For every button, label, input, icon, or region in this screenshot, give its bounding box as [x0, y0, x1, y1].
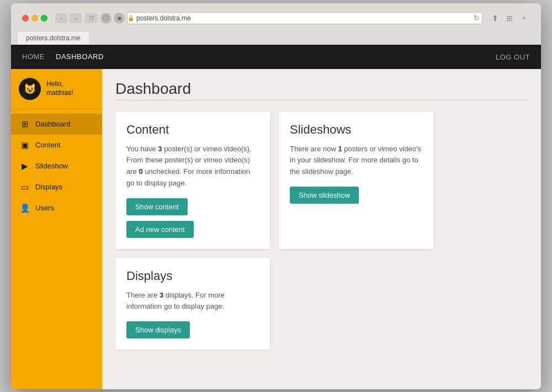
slideshow-poster-count: 1: [338, 145, 342, 153]
add-content-button[interactable]: Ad new content: [126, 221, 194, 238]
sidebar-item-label: Dashboard: [35, 120, 71, 128]
forward-button[interactable]: ›: [70, 13, 82, 23]
displays-icon: ▭: [20, 182, 30, 192]
displays-card-title: Displays: [126, 269, 259, 283]
content-area: Dashboard Content You have 3 poster(s) o…: [102, 69, 541, 389]
browser-window: ‹ › ⊡ ⓘ ◉ 🔒 posters.dolstra.me ↻ ⬆ ⊞ ＋ p…: [11, 3, 541, 389]
slideshow-icon: ▶: [20, 161, 30, 171]
poster-count: 3: [158, 145, 162, 153]
sidebar-item-users[interactable]: 👤 Users: [11, 198, 102, 219]
content-card-text: You have 3 poster(s) or vimeo video(s). …: [126, 144, 259, 189]
back-button[interactable]: ‹: [55, 13, 67, 23]
lock-icon: 🔒: [128, 15, 134, 21]
slideshows-card-buttons: Show slideshow: [290, 187, 422, 204]
content-card-buttons: Show content Ad new content: [126, 198, 259, 238]
new-tab-plus[interactable]: ＋: [518, 13, 530, 23]
sidebar-item-dashboard[interactable]: ⊞ Dashboard: [11, 114, 102, 135]
dashboard-icon: ⊞: [20, 119, 30, 129]
show-displays-button[interactable]: Show displays: [126, 321, 190, 338]
browser-nav: ‹ ›: [55, 13, 82, 23]
home-nav-link[interactable]: HOME: [22, 52, 45, 61]
share-button[interactable]: ⬆: [489, 13, 501, 23]
add-tab-button[interactable]: ⊞: [503, 13, 516, 23]
active-tab[interactable]: posters.dolstra.me: [17, 31, 90, 45]
displays-card-buttons: Show displays: [126, 321, 259, 338]
sidebar-item-label: Users: [35, 204, 54, 212]
users-icon: 👤: [20, 203, 30, 213]
extension-button[interactable]: ◉: [114, 13, 125, 24]
show-slideshow-button[interactable]: Show slideshow: [290, 187, 359, 204]
reload-button[interactable]: ↻: [471, 13, 482, 24]
maximize-button[interactable]: [41, 15, 47, 22]
top-nav-right: LOG OUT: [496, 52, 530, 62]
cards-grid: Content You have 3 poster(s) or vimeo vi…: [115, 112, 528, 350]
close-button[interactable]: [22, 15, 29, 22]
sidebar-item-slideshow[interactable]: ▶ Slideshow: [11, 156, 102, 177]
slideshows-card-text: There are now 1 posters or vimeo video's…: [290, 144, 422, 178]
slideshows-card: Slideshows There are now 1 posters or vi…: [279, 112, 433, 249]
browser-actions: ⬆ ⊞ ＋: [489, 13, 530, 23]
unchecked-count: 0: [139, 167, 142, 176]
traffic-lights: [22, 15, 47, 22]
sidebar-item-displays[interactable]: ▭ Displays: [11, 177, 102, 198]
top-nav-left: HOME DASHBOARD: [22, 52, 104, 61]
profile-text: Hello, matthias!: [46, 80, 73, 97]
displays-card: Displays There are 3 displays. For more …: [115, 258, 270, 350]
address-bar[interactable]: 🔒 posters.dolstra.me ↻: [127, 12, 482, 24]
sidebar-item-label: Content: [35, 141, 61, 149]
sidebar-item-label: Slideshow: [35, 162, 68, 170]
app-wrapper: HOME DASHBOARD LOG OUT 😺 Hello, matthias…: [11, 45, 541, 389]
avatar: 😺: [19, 78, 41, 100]
info-button[interactable]: ⓘ: [100, 13, 112, 24]
tab-view-button[interactable]: ⊡: [85, 13, 97, 23]
greeting-text: Hello,: [46, 80, 73, 89]
browser-chrome: ‹ › ⊡ ⓘ ◉ 🔒 posters.dolstra.me ↻ ⬆ ⊞ ＋ p…: [11, 3, 541, 45]
username-text: matthias!: [46, 89, 73, 98]
browser-tabs: posters.dolstra.me: [17, 31, 535, 45]
sidebar: 😺 Hello, matthias! ⊞ Dashboard ▣ Content: [11, 69, 102, 389]
top-nav: HOME DASHBOARD LOG OUT: [11, 45, 541, 69]
logout-link[interactable]: LOG OUT: [496, 53, 530, 61]
main-area: 😺 Hello, matthias! ⊞ Dashboard ▣ Content: [11, 69, 541, 389]
sidebar-item-content[interactable]: ▣ Content: [11, 135, 102, 156]
content-card-title: Content: [126, 123, 259, 137]
minimize-button[interactable]: [31, 15, 38, 22]
sidebar-profile: 😺 Hello, matthias!: [11, 69, 102, 109]
content-icon: ▣: [20, 140, 30, 150]
slideshows-card-title: Slideshows: [290, 123, 422, 137]
dashboard-nav-link[interactable]: DASHBOARD: [56, 52, 104, 61]
sidebar-menu: ⊞ Dashboard ▣ Content ▶ Slideshow ▭ Disp…: [11, 109, 102, 223]
show-content-button[interactable]: Show content: [126, 198, 188, 215]
page-title: Dashboard: [115, 80, 528, 98]
chrome-toolbar: ⓘ ◉ 🔒 posters.dolstra.me ↻: [100, 12, 482, 24]
content-card: Content You have 3 poster(s) or vimeo vi…: [115, 112, 270, 249]
url-text: posters.dolstra.me: [136, 14, 191, 22]
page-divider: [115, 100, 528, 100]
sidebar-item-label: Displays: [35, 183, 62, 191]
displays-card-text: There are 3 displays. For more informati…: [126, 290, 259, 313]
chrome-top-row: ‹ › ⊡ ⓘ ◉ 🔒 posters.dolstra.me ↻ ⬆ ⊞ ＋: [17, 8, 535, 27]
